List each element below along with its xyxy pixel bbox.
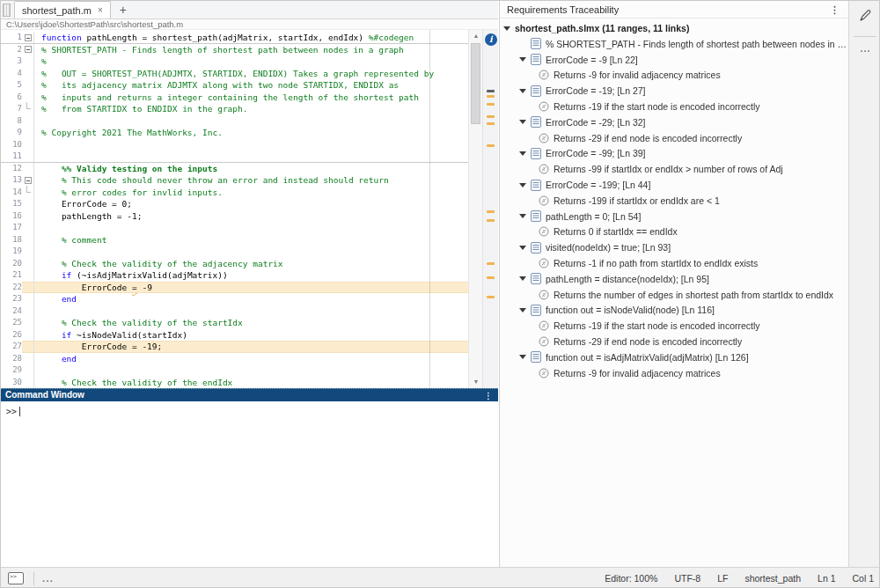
code-line[interactable]: 14 % error codes for invlid inputs. bbox=[1, 187, 468, 199]
requirement-link-item[interactable]: Returns -29 if end node is encoded incor… bbox=[500, 334, 849, 349]
collapse-triangle-icon[interactable] bbox=[519, 276, 526, 281]
requirement-link-item[interactable]: Returns -9 for invalid adjacency matrice… bbox=[500, 365, 849, 381]
code-lines[interactable]: 1function pathLength = shortest_path(adj… bbox=[1, 32, 468, 388]
code-line[interactable]: 2% SHORTEST_PATH - Finds length of short… bbox=[1, 44, 468, 56]
code-area[interactable]: 1function pathLength = shortest_path(adj… bbox=[1, 30, 468, 388]
requirement-range-item[interactable]: visited(nodeIdx) = true; [Ln 93] bbox=[500, 239, 849, 255]
analyzer-warning-marker[interactable] bbox=[487, 296, 495, 298]
code-line[interactable]: 24 bbox=[1, 305, 468, 318]
requirement-range-item[interactable]: function out = isNodeValid(node) [Ln 116… bbox=[500, 303, 849, 319]
code-line[interactable]: 10 bbox=[1, 139, 468, 151]
collapse-triangle-icon[interactable] bbox=[519, 151, 526, 156]
code-analyzer-info-icon[interactable]: i bbox=[485, 33, 497, 46]
code-line[interactable]: 8 bbox=[1, 115, 468, 128]
requirement-link-item[interactable]: Returns the number of edges in shortest … bbox=[500, 287, 849, 303]
collapse-triangle-icon[interactable] bbox=[503, 26, 510, 31]
code-line[interactable]: 13 % This code should never throw an err… bbox=[1, 174, 468, 187]
code-line[interactable]: 25 % Check the validity of the startIdx bbox=[1, 317, 468, 329]
editor-vertical-scrollbar[interactable]: ▲ ▼ bbox=[468, 30, 482, 388]
editor-pane[interactable]: 1function pathLength = shortest_path(adj… bbox=[1, 30, 498, 388]
code-line[interactable]: 22 ErrorCode = -9 bbox=[1, 282, 468, 294]
requirements-root-item[interactable]: shortest_path.slmx (11 ranges, 11 links) bbox=[500, 20, 849, 36]
requirement-link-item[interactable]: Returns -29 if end node is encoded incor… bbox=[500, 130, 849, 146]
analyzer-warning-marker[interactable] bbox=[487, 103, 495, 106]
collapse-triangle-icon[interactable] bbox=[519, 308, 526, 312]
code-line[interactable]: 18 % comment bbox=[1, 234, 468, 246]
statusbar-more-icon[interactable]: ... bbox=[42, 573, 54, 584]
command-window-input-area[interactable]: >> bbox=[1, 401, 498, 567]
code-line[interactable]: 1function pathLength = shortest_path(adj… bbox=[1, 32, 468, 44]
code-line[interactable]: 12 %% Validy testing on the inputs bbox=[1, 163, 468, 175]
code-line[interactable]: 6% inputs and returns a integer containi… bbox=[1, 92, 468, 104]
code-line[interactable]: 9% Copyright 2021 The MathWorks, Inc. bbox=[1, 127, 468, 139]
collapse-triangle-icon[interactable] bbox=[519, 183, 526, 187]
analyzer-warning-marker[interactable] bbox=[487, 115, 495, 118]
requirement-link-item[interactable]: Returns -19 if the start node is encoded… bbox=[500, 318, 849, 334]
code-analyzer-strip[interactable]: i bbox=[482, 30, 498, 388]
new-tab-button[interactable]: + bbox=[120, 4, 127, 16]
collapse-triangle-icon[interactable] bbox=[519, 89, 526, 93]
scroll-down-icon[interactable]: ▼ bbox=[469, 377, 483, 387]
analyzer-warning-marker[interactable] bbox=[487, 144, 495, 147]
analyzer-warning-marker[interactable] bbox=[487, 276, 495, 279]
requirement-range-item[interactable]: ErrorCode = -199; [Ln 44] bbox=[500, 177, 849, 193]
requirement-range-item[interactable]: pathLength = distance(nodeIdx); [Ln 95] bbox=[500, 271, 849, 287]
code-line[interactable]: 11 bbox=[1, 151, 468, 163]
tab-shortest-path[interactable]: shortest_path.m × bbox=[14, 1, 111, 18]
more-tools-icon[interactable]: ... bbox=[849, 43, 880, 54]
collapse-triangle-icon[interactable] bbox=[519, 120, 526, 124]
code-line[interactable]: 23 end bbox=[1, 293, 468, 305]
code-line[interactable]: 30 % Check the validity of the endIdx bbox=[1, 377, 468, 389]
code-line[interactable]: 21 if (~isAdjMatrixValid(adjMatrix)) bbox=[1, 269, 468, 282]
requirement-range-item[interactable]: ErrorCode = -9 [Ln 22] bbox=[500, 52, 849, 68]
code-line[interactable]: 19 bbox=[1, 246, 468, 258]
code-line[interactable]: 7% from STARTIDX to ENDIDX in the graph. bbox=[1, 103, 468, 115]
requirement-link-item[interactable]: Returns 0 if startIdx == endIdx bbox=[500, 224, 849, 240]
requirement-link-item[interactable]: Returns -9 for invalid adjacency matrice… bbox=[500, 68, 849, 84]
code-line[interactable]: 29 bbox=[1, 364, 468, 377]
code-fold-collapse-icon[interactable] bbox=[25, 34, 32, 41]
collapse-triangle-icon[interactable] bbox=[519, 57, 526, 62]
requirement-range-item[interactable]: pathLength = 0; [Ln 54] bbox=[500, 209, 849, 224]
requirement-range-item[interactable]: ErrorCode = -19; [Ln 27] bbox=[500, 83, 849, 99]
scroll-up-icon[interactable]: ▲ bbox=[469, 31, 483, 41]
analyzer-warning-marker[interactable] bbox=[487, 262, 495, 265]
code-line[interactable]: 20 % Check the validity of the adjacency… bbox=[1, 258, 468, 270]
collapse-triangle-icon[interactable] bbox=[519, 246, 526, 250]
code-line[interactable]: 27 ErrorCode = -19; bbox=[1, 341, 468, 353]
analyzer-warning-marker[interactable] bbox=[487, 122, 495, 125]
collapse-triangle-icon[interactable] bbox=[519, 355, 526, 359]
requirement-range-item[interactable]: ErrorCode = -99; [Ln 39] bbox=[500, 146, 849, 162]
scrollbar-thumb[interactable] bbox=[471, 43, 480, 124]
requirement-link-item[interactable]: Returns -19 if the start node is encoded… bbox=[500, 99, 849, 114]
requirement-range-item[interactable]: function out = isAdjMatrixValid(adjMatri… bbox=[500, 349, 849, 365]
code-line[interactable]: 16 pathLength = -1; bbox=[1, 210, 468, 223]
command-window-header[interactable]: Command Window ⋮ bbox=[1, 388, 498, 401]
requirement-link-item[interactable]: Returns -99 if startIdx or endIdx > numb… bbox=[500, 161, 849, 177]
code-line[interactable]: 5% its adjacency matrix ADJMTX along wit… bbox=[1, 79, 468, 92]
statusbar-editor-zoom[interactable]: Editor: 100% bbox=[605, 573, 657, 584]
analyzer-position-marker[interactable] bbox=[487, 90, 495, 92]
command-window-menu-icon[interactable]: ⋮ bbox=[484, 390, 493, 402]
analyzer-warning-marker[interactable] bbox=[487, 95, 495, 98]
requirement-link-item[interactable]: Returns -199 if startIdx or endIdx are <… bbox=[500, 193, 849, 209]
code-fold-collapse-icon[interactable] bbox=[25, 177, 32, 184]
analyzer-warning-marker[interactable] bbox=[487, 210, 495, 213]
requirement-range-item[interactable]: ErrorCode = -29; [Ln 32] bbox=[500, 114, 849, 130]
code-line[interactable]: 17 bbox=[1, 222, 468, 234]
code-line[interactable]: 26 if ~isNodeValid(startIdx) bbox=[1, 329, 468, 342]
command-window-panel-icon[interactable]: >> bbox=[8, 572, 24, 584]
requirements-menu-icon[interactable]: ⋮ bbox=[830, 1, 840, 18]
requirement-link-item[interactable]: Returns -1 if no path from startIdx to e… bbox=[500, 255, 849, 271]
code-line[interactable]: 3% bbox=[1, 55, 468, 68]
analyzer-warning-marker[interactable] bbox=[487, 219, 495, 222]
requirement-range-item[interactable]: % SHORTEST_PATH - Finds length of shorte… bbox=[500, 36, 849, 52]
code-line[interactable]: 4% OUT = SHORTEST_PATH(ADJMTX, STARTIDX,… bbox=[1, 68, 468, 80]
code-line[interactable]: 15 ErrorCode = 0; bbox=[1, 198, 468, 210]
code-line[interactable]: 28 end bbox=[1, 353, 468, 365]
document-bar-grip-icon[interactable] bbox=[3, 4, 11, 17]
requirements-pen-icon[interactable] bbox=[857, 8, 873, 24]
code-fold-collapse-icon[interactable] bbox=[25, 46, 32, 53]
tab-close-icon[interactable]: × bbox=[98, 6, 103, 15]
collapse-triangle-icon[interactable] bbox=[519, 214, 526, 218]
